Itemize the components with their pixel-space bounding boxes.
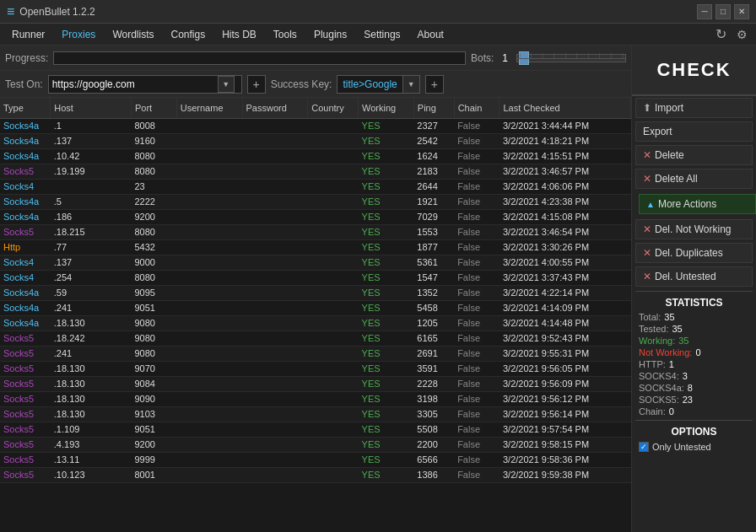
table-row[interactable]: Socks5 .19.199 8080 YES 2183 False 3/2/2…	[0, 164, 631, 179]
proxy-table[interactable]: Type Host Port Username Password Country…	[0, 98, 631, 532]
url-dropdown[interactable]: ▼	[218, 76, 235, 93]
table-row[interactable]: Socks4a .241 9051 YES 5458 False 3/2/202…	[0, 300, 631, 315]
table-row[interactable]: Socks4 .137 9000 YES 5361 False 3/2/2021…	[0, 255, 631, 270]
table-row[interactable]: Socks5 .18.130 9090 YES 3198 False 3/2/2…	[0, 391, 631, 406]
export-button[interactable]: Export	[635, 121, 753, 142]
col-header-password: Password	[242, 98, 308, 118]
table-row[interactable]: Socks4 .254 8080 YES 1547 False 3/2/2021…	[0, 270, 631, 285]
cell-port: 9200	[131, 209, 176, 224]
cell-ping: 1553	[413, 224, 454, 239]
app-icon: ≡	[7, 4, 14, 19]
table-row[interactable]: Socks5 .18.130 9103 YES 3305 False 3/2/2…	[0, 406, 631, 422]
maximize-button[interactable]: □	[716, 4, 731, 19]
cell-ping: 6165	[413, 330, 454, 346]
cell-type: Socks5	[0, 346, 51, 361]
cell-user	[176, 376, 242, 391]
cell-lastchecked: 3/2/2021 4:23:38 PM	[500, 194, 631, 209]
table-row[interactable]: Socks4a .5 2222 YES 1921 False 3/2/2021 …	[0, 194, 631, 209]
table-row[interactable]: Socks4a .18.130 9080 YES 1205 False 3/2/…	[0, 315, 631, 330]
table-row[interactable]: Socks4a .186 9200 YES 7029 False 3/2/202…	[0, 209, 631, 224]
table-row[interactable]: Socks5 .1.109 9051 YES 5508 False 3/2/20…	[0, 422, 631, 437]
table-row[interactable]: Socks4a .59 9095 YES 1352 False 3/2/2021…	[0, 285, 631, 300]
table-row[interactable]: Socks4 23 YES 2644 False 3/2/2021 4:06:0…	[0, 179, 631, 194]
del-untested-button[interactable]: ✕ Del. Untested	[635, 266, 753, 287]
table-row[interactable]: Socks5 .4.193 9200 YES 2200 False 3/2/20…	[0, 437, 631, 452]
table-row[interactable]: Socks4a .1 8008 YES 2327 False 3/2/2021 …	[0, 118, 631, 133]
only-untested-checkbox[interactable]	[639, 442, 649, 452]
cell-lastchecked: 3/2/2021 3:37:43 PM	[500, 270, 631, 285]
right-panel: CHECK ⬆ Import Export ✕ Delete ✕ Delete …	[631, 46, 756, 532]
table-row[interactable]: Socks5 .241 9080 YES 2691 False 3/2/2021…	[0, 346, 631, 361]
cell-port: 9103	[131, 406, 176, 422]
table-row[interactable]: Socks4a .137 9160 YES 2542 False 3/2/202…	[0, 133, 631, 148]
refresh-icon[interactable]: ↻	[710, 26, 732, 42]
cell-port: 9051	[131, 300, 176, 315]
cell-type: Socks5	[0, 224, 51, 239]
table-row[interactable]: Socks5 .18.242 9080 YES 6165 False 3/2/2…	[0, 330, 631, 346]
proxy-data-table: Type Host Port Username Password Country…	[0, 98, 631, 483]
delete-button[interactable]: ✕ Delete	[635, 145, 753, 165]
menu-wordlists[interactable]: Wordlists	[104, 24, 162, 45]
cell-chain: False	[454, 422, 500, 437]
stat-socks4a: SOCKS4a: 8	[632, 382, 756, 394]
cell-type: Socks4	[0, 255, 51, 270]
cell-host: .254	[51, 270, 132, 285]
cell-pass	[242, 437, 308, 452]
del-not-working-button[interactable]: ✕ Del. Not Working	[635, 219, 753, 239]
cell-country	[308, 194, 359, 209]
stat-tested: Tested: 35	[632, 323, 756, 335]
cell-pass	[242, 315, 308, 330]
cell-pass	[242, 406, 308, 422]
menu-proxies[interactable]: Proxies	[53, 24, 104, 45]
more-actions-button[interactable]: ▲ More Actions	[639, 194, 756, 214]
cell-port: 9000	[131, 255, 176, 270]
menu-runner[interactable]: Runner	[3, 24, 53, 45]
bots-slider[interactable]: ||||||||||	[516, 54, 626, 62]
delete-all-button[interactable]: ✕ Delete All	[635, 169, 753, 189]
main-layout: Progress: Bots: 1 |||||||||| Test On: ▼	[0, 46, 756, 532]
menu-tools[interactable]: Tools	[265, 24, 305, 45]
menu-configs[interactable]: Configs	[163, 24, 214, 45]
success-key-dropdown[interactable]: ▼	[402, 76, 419, 93]
cell-lastchecked: 3/2/2021 9:56:12 PM	[500, 391, 631, 406]
cell-type: Socks5	[0, 361, 51, 376]
x-icon-untested: ✕	[643, 271, 651, 282]
cell-lastchecked: 3/2/2021 4:18:21 PM	[500, 133, 631, 148]
cell-host: .10.42	[51, 148, 132, 164]
menu-settings[interactable]: Settings	[355, 24, 408, 45]
cell-lastchecked: 3/2/2021 9:56:14 PM	[500, 406, 631, 422]
menu-hitsdb[interactable]: Hits DB	[213, 24, 265, 45]
menu-plugins[interactable]: Plugins	[305, 24, 355, 45]
close-button[interactable]: ✕	[734, 4, 749, 19]
table-row[interactable]: Socks5 .18.130 9070 YES 3591 False 3/2/2…	[0, 361, 631, 376]
table-row[interactable]: Socks5 .18.130 9084 YES 2228 False 3/2/2…	[0, 376, 631, 391]
del-duplicates-button[interactable]: ✕ Del. Duplicates	[635, 243, 753, 263]
add-key-button[interactable]: +	[425, 75, 444, 94]
cell-host: .1	[51, 118, 132, 133]
check-button[interactable]: CHECK	[632, 46, 756, 96]
cell-pass	[242, 209, 308, 224]
cell-lastchecked: 3/2/2021 9:52:43 PM	[500, 330, 631, 346]
test-url-input[interactable]	[49, 78, 218, 90]
add-url-button[interactable]: +	[247, 75, 266, 94]
settings-icon[interactable]: ⚙	[732, 28, 753, 41]
minimize-button[interactable]: ─	[697, 4, 712, 19]
table-row[interactable]: Http .77 5432 YES 1877 False 3/2/2021 3:…	[0, 239, 631, 255]
success-key-label: Success Key:	[271, 78, 332, 90]
cell-country	[308, 148, 359, 164]
x-icon-duplicates: ✕	[643, 247, 651, 259]
cell-pass	[242, 391, 308, 406]
cell-host: .18.130	[51, 361, 132, 376]
table-row[interactable]: Socks5 .13.11 9999 YES 6566 False 3/2/20…	[0, 452, 631, 467]
cell-country	[308, 346, 359, 361]
left-panel: Progress: Bots: 1 |||||||||| Test On: ▼	[0, 46, 631, 532]
cell-lastchecked: 3/2/2021 4:14:09 PM	[500, 300, 631, 315]
table-row[interactable]: Socks5 .18.215 8080 YES 1553 False 3/2/2…	[0, 224, 631, 239]
stat-http: HTTP: 1	[632, 358, 756, 370]
menu-about[interactable]: About	[409, 24, 452, 45]
cell-pass	[242, 467, 308, 482]
table-row[interactable]: Socks4a .10.42 8080 YES 1624 False 3/2/2…	[0, 148, 631, 164]
import-button[interactable]: ⬆ Import	[635, 98, 753, 118]
cell-host: .18.130	[51, 376, 132, 391]
table-row[interactable]: Socks5 .10.123 8001 YES 1386 False 3/2/2…	[0, 467, 631, 482]
